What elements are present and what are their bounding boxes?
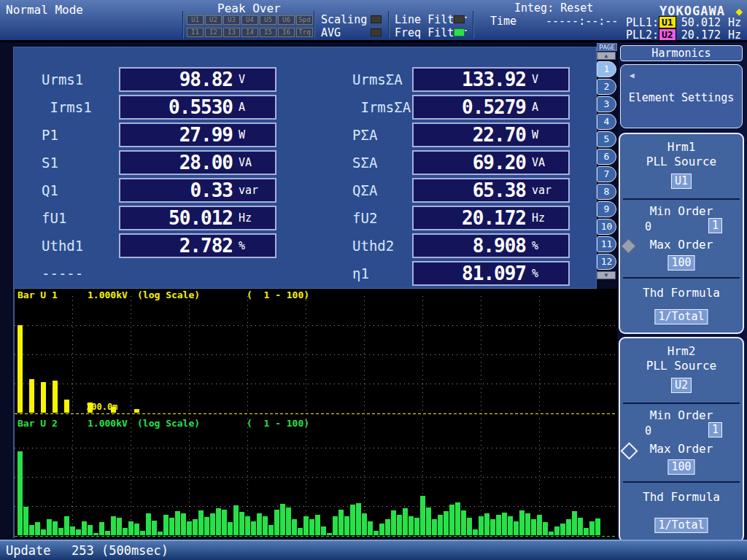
measurement-value-box: 2.782% [119, 233, 276, 258]
update-label: Update [6, 543, 50, 558]
order-gridline [247, 296, 248, 413]
measurement-label: η1 [352, 265, 412, 281]
pll-source-value[interactable]: U2 [671, 378, 692, 393]
harmonic-bar [140, 531, 145, 535]
harmonic-bar [432, 519, 437, 535]
harmonic-bar [210, 513, 215, 535]
measurement-unit: A [532, 101, 564, 114]
chart-baseline [15, 413, 616, 414]
peak-over-indicator: U6 [278, 15, 295, 25]
mode-label: Normal Mode [6, 3, 83, 17]
max-order-value[interactable]: 100 [667, 255, 694, 271]
harmonic-bar [128, 521, 133, 535]
peak-over-indicator: Spd [296, 15, 313, 25]
harmonic-bar [181, 513, 186, 535]
measurement-value-box: 8.908% [412, 233, 570, 258]
measurement-value-box: 0.5530A [119, 95, 276, 120]
measurement-value-box: 81.097% [412, 261, 570, 286]
measurement-row: fU150.012Hz [42, 206, 276, 230]
measurement-row: S128.00VA [42, 150, 276, 175]
measurement-unit: % [239, 239, 271, 252]
measurement-label: UrmsΣA [352, 71, 412, 88]
measurement-label: SΣA [352, 155, 412, 171]
hrm-name: Hrm2 [620, 344, 743, 358]
order-gridline [72, 419, 73, 535]
harmonic-bar [245, 516, 250, 535]
order-gridline [364, 296, 365, 413]
harmonic-bar [309, 519, 314, 535]
max-order-label: Max Order [620, 238, 743, 252]
hrm-name: Hrm1 [620, 140, 743, 154]
page-tab-4[interactable]: 4 [597, 114, 616, 130]
measurement-label: P1 [42, 127, 119, 143]
harmonic-bar [163, 515, 169, 535]
harmonic-bar [595, 518, 600, 535]
measurement-unit: % [532, 267, 564, 280]
harmonic-bar [93, 533, 98, 535]
pll-source-label: PLL Source [620, 359, 743, 373]
harmonic-bar [268, 525, 274, 535]
peak-over-indicator: Trq [296, 28, 313, 37]
thd-formula-value[interactable]: 1/Total [654, 309, 708, 324]
pll-source-value[interactable]: U1 [671, 174, 692, 189]
harmonic-bar [519, 510, 525, 535]
order-gridline [422, 296, 423, 413]
peak-over-indicator: U1 [187, 15, 204, 25]
page-tab-12[interactable]: 12 [597, 254, 616, 270]
harmonic-bar [514, 521, 519, 535]
min-order-value[interactable]: 1 [708, 422, 722, 438]
measurement-unit: VA [532, 156, 564, 169]
page-tab-9[interactable]: 9 [597, 201, 616, 217]
harmonic-bar [29, 525, 34, 535]
pll1-unit: Hz [728, 16, 741, 29]
chart-title: Bar U 1 [18, 289, 58, 300]
measurement-unit: var [239, 184, 271, 197]
divider [623, 481, 740, 483]
peak-over-indicator: I1 [187, 28, 204, 37]
page-tab-3[interactable]: 3 [597, 96, 616, 112]
measurement-unit: var [532, 184, 564, 197]
measurement-value: 8.908 [418, 235, 526, 257]
element-settings-button[interactable]: ◀ Element Settings [620, 64, 743, 128]
page-tab-2[interactable]: 2 [597, 79, 616, 95]
harmonic-bar [368, 521, 373, 535]
harmonic-bar [473, 529, 478, 535]
max-order-label: Max Order [620, 442, 743, 456]
hrm1-panel[interactable]: Hrm1PLL SourceU1Min Order01Max Order100T… [619, 133, 744, 334]
page-tab-6[interactable]: 6 [597, 149, 616, 165]
harmonic-bar [193, 519, 198, 535]
page-up-arrow[interactable]: ▲ [597, 52, 616, 60]
harmonic-bar [47, 519, 52, 535]
measurement-value: 2.782 [125, 235, 233, 257]
harmonic-bar [286, 508, 291, 535]
pll2-label: PLL2: [626, 28, 659, 42]
harmonic-bar [385, 519, 390, 535]
peak-over-indicator: U5 [260, 15, 276, 25]
page-tab-11[interactable]: 11 [597, 236, 616, 252]
harmonic-bar [18, 325, 23, 413]
measurement-row: P127.99W [42, 122, 276, 147]
harmonic-bar [146, 513, 151, 535]
chart-scale-note: (log Scale) [137, 289, 200, 300]
page-down-arrow[interactable]: ▼ [597, 271, 616, 279]
page-tab-7[interactable]: 7 [597, 166, 616, 182]
harmonic-bar [589, 521, 595, 535]
measurement-value: 81.097 [418, 262, 526, 284]
harmonic-bar [70, 526, 75, 535]
harmonic-bar [484, 513, 489, 535]
min-order-value[interactable]: 1 [708, 218, 722, 233]
page-tab-5[interactable]: 5 [597, 131, 616, 147]
page-tab-1[interactable]: 1 [597, 61, 616, 77]
hrm2-panel[interactable]: Hrm2PLL SourceU2Min Order01Max Order100T… [619, 337, 744, 542]
page-tabs: 123456789101112 [597, 61, 619, 270]
measurement-label: Uthd1 [42, 238, 119, 254]
page-tab-10[interactable]: 10 [597, 219, 616, 235]
harmonic-bar [257, 513, 262, 535]
harmonic-bar [187, 521, 192, 535]
chart-scale-top: 1.000kV [88, 418, 128, 429]
thd-formula-value[interactable]: 1/Total [654, 518, 708, 533]
softkey-menu: Harmonics ◀ Element Settings Hrm1PLL Sou… [619, 42, 747, 540]
integ-status: Integ: Reset [514, 1, 593, 15]
max-order-value[interactable]: 100 [667, 459, 694, 475]
page-tab-8[interactable]: 8 [597, 184, 616, 200]
